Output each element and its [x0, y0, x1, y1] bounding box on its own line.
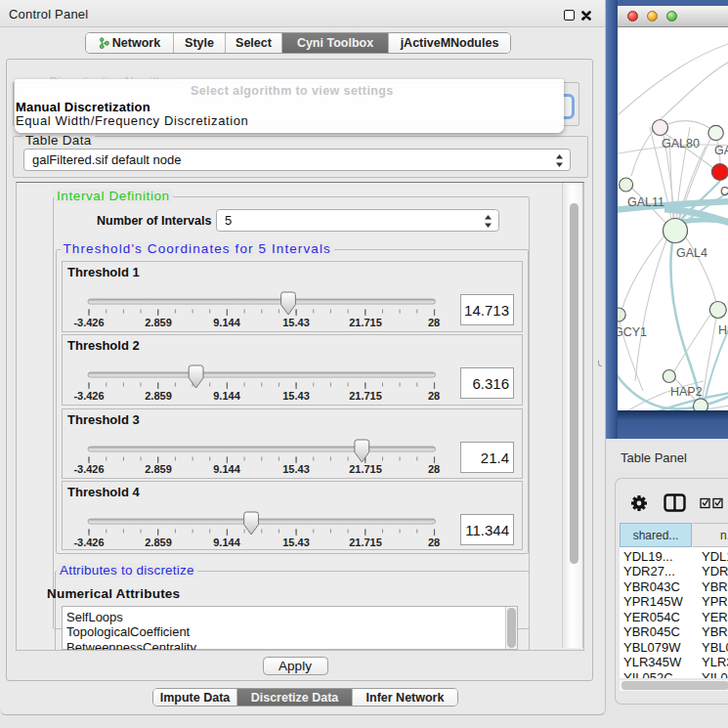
svg-text:GCY1: GCY1	[618, 325, 647, 339]
svg-text:HAP2: HAP2	[670, 385, 703, 399]
svg-text:GAL4: GAL4	[676, 246, 707, 260]
svg-text:C: C	[720, 185, 728, 198]
svg-text:GAL80: GAL80	[662, 137, 700, 150]
svg-text:HIS4: HIS4	[718, 323, 728, 337]
svg-text:GAL3: GAL3	[714, 144, 728, 157]
svg-text:GAL11: GAL11	[627, 195, 664, 209]
